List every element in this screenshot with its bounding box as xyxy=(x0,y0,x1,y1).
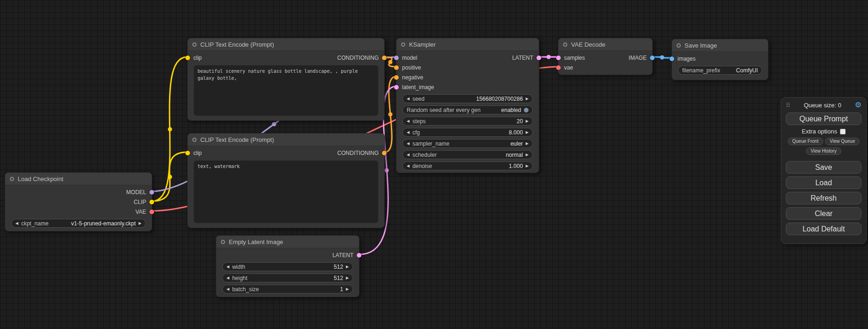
clear-button[interactable]: Clear xyxy=(786,207,861,220)
image-output-slot[interactable] xyxy=(650,56,655,60)
load-default-button[interactable]: Load Default xyxy=(786,223,861,235)
latent-image-input-slot[interactable] xyxy=(394,85,399,90)
widget-label: Random seed after every gen xyxy=(407,107,480,113)
increment-arrow-icon[interactable]: ▶ xyxy=(526,131,529,134)
widget-value: 156680208700286 xyxy=(476,96,523,102)
conditioning-output-slot[interactable] xyxy=(382,56,387,60)
widget-value: 512 xyxy=(334,275,343,281)
widget-ckpt-name[interactable]: ◀ ckpt_name v1-5-pruned-emaonly.ckpt ▶ xyxy=(11,219,146,228)
decrement-arrow-icon[interactable]: ◀ xyxy=(407,119,409,123)
latent-output-slot[interactable] xyxy=(357,253,361,258)
node-titlebar[interactable]: CLIP Text Encode (Prompt) xyxy=(188,133,384,146)
node-titlebar[interactable]: CLIP Text Encode (Prompt) xyxy=(188,38,384,51)
widget-steps[interactable]: ◀ steps 20 ▶ xyxy=(402,117,533,126)
collapse-toggle-icon[interactable] xyxy=(677,43,681,48)
increment-arrow-icon[interactable]: ▶ xyxy=(526,164,529,168)
slot-label: vae xyxy=(564,64,573,71)
collapse-toggle-icon[interactable] xyxy=(563,42,567,47)
decrement-arrow-icon[interactable]: ◀ xyxy=(407,142,409,146)
conditioning-output-slot[interactable] xyxy=(382,151,387,155)
increment-arrow-icon[interactable]: ▶ xyxy=(526,119,529,123)
decrement-arrow-icon[interactable]: ◀ xyxy=(407,164,409,168)
negative-input-slot[interactable] xyxy=(394,75,399,80)
increment-arrow-icon[interactable]: ▶ xyxy=(526,97,529,101)
slot-row: latent_image xyxy=(396,82,539,92)
decrement-arrow-icon[interactable]: ◀ xyxy=(407,97,409,101)
node-title: CLIP Text Encode (Prompt) xyxy=(200,136,274,143)
slot-row: clip CONDITIONING xyxy=(188,148,384,158)
clip-input-slot[interactable] xyxy=(185,151,190,155)
decrement-arrow-icon[interactable]: ◀ xyxy=(226,265,229,269)
refresh-button[interactable]: Refresh xyxy=(786,192,861,204)
settings-gear-icon[interactable]: ⚙ xyxy=(855,101,861,109)
collapse-toggle-icon[interactable] xyxy=(192,138,197,142)
widget-seed[interactable]: ◀ seed 156680208700286 ▶ xyxy=(402,94,533,103)
decrement-arrow-icon[interactable]: ◀ xyxy=(15,222,18,225)
node-titlebar[interactable]: VAE Decode xyxy=(558,38,652,51)
widget-label: width xyxy=(232,264,245,270)
load-button[interactable]: Load xyxy=(786,176,861,189)
negative-prompt-textarea[interactable]: text, watermark xyxy=(194,161,378,223)
widget-cfg[interactable]: ◀ cfg 8.000 ▶ xyxy=(402,128,533,137)
node-empty-latent-image[interactable]: Empty Latent Image LATENT ◀ width 512 ▶ … xyxy=(216,235,360,297)
widget-batch-size[interactable]: ◀ batch_size 1 ▶ xyxy=(222,285,353,294)
samples-input-slot[interactable] xyxy=(556,56,561,60)
increment-arrow-icon[interactable]: ▶ xyxy=(346,287,349,291)
clip-input-slot[interactable] xyxy=(185,56,190,60)
vae-input-slot[interactable] xyxy=(556,65,561,70)
node-titlebar[interactable]: Empty Latent Image xyxy=(216,236,359,248)
toggle-indicator-icon[interactable] xyxy=(524,108,529,112)
node-clip-text-encode-positive[interactable]: CLIP Text Encode (Prompt) clip CONDITION… xyxy=(187,38,385,121)
view-queue-button[interactable]: View Queue xyxy=(825,138,860,145)
increment-arrow-icon[interactable]: ▶ xyxy=(139,222,141,225)
vae-output-slot[interactable] xyxy=(149,210,154,214)
increment-arrow-icon[interactable]: ▶ xyxy=(346,265,349,269)
node-vae-decode[interactable]: VAE Decode samples IMAGE vae xyxy=(558,38,653,75)
node-ksampler[interactable]: KSampler model LATENT positive negative … xyxy=(396,38,539,173)
collapse-toggle-icon[interactable] xyxy=(10,177,14,181)
collapse-toggle-icon[interactable] xyxy=(192,42,197,47)
node-titlebar[interactable]: KSampler xyxy=(396,38,539,51)
increment-arrow-icon[interactable]: ▶ xyxy=(526,142,529,146)
widget-scheduler[interactable]: ◀ scheduler normal ▶ xyxy=(402,150,533,159)
node-save-image[interactable]: Save Image images filename_prefix ComfyU… xyxy=(671,39,769,80)
model-input-slot[interactable] xyxy=(394,56,399,60)
widget-height[interactable]: ◀ height 512 ▶ xyxy=(222,273,353,282)
widget-random-seed-toggle[interactable]: Random seed after every gen enabled xyxy=(402,105,533,114)
widget-value: euler xyxy=(510,140,523,147)
collapse-toggle-icon[interactable] xyxy=(221,240,225,244)
model-output-slot[interactable] xyxy=(149,190,154,195)
save-button[interactable]: Save xyxy=(786,161,861,174)
queue-front-button[interactable]: Queue Front xyxy=(788,138,823,145)
slot-row: vae xyxy=(558,63,652,72)
clip-output-slot[interactable] xyxy=(149,200,154,204)
menu-drag-handle-icon[interactable]: ⠿ xyxy=(786,102,790,109)
widget-label: height xyxy=(232,275,247,281)
link-midpoint-dot xyxy=(660,56,664,60)
widget-filename-prefix[interactable]: filename_prefix ComfyUI xyxy=(678,66,762,75)
increment-arrow-icon[interactable]: ▶ xyxy=(346,276,349,280)
node-titlebar[interactable]: Save Image xyxy=(672,39,768,52)
widget-denoise[interactable]: ◀ denoise 1.000 ▶ xyxy=(402,161,533,170)
node-titlebar[interactable]: Load Checkpoint xyxy=(5,173,152,185)
increment-arrow-icon[interactable]: ▶ xyxy=(526,153,529,157)
decrement-arrow-icon[interactable]: ◀ xyxy=(226,276,229,280)
node-clip-text-encode-negative[interactable]: CLIP Text Encode (Prompt) clip CONDITION… xyxy=(187,133,385,228)
node-title: CLIP Text Encode (Prompt) xyxy=(200,41,274,48)
decrement-arrow-icon[interactable]: ◀ xyxy=(407,153,409,157)
widget-sampler-name[interactable]: ◀ sampler_name euler ▶ xyxy=(402,139,533,148)
latent-output-slot[interactable] xyxy=(536,56,541,60)
decrement-arrow-icon[interactable]: ◀ xyxy=(226,287,229,291)
positive-input-slot[interactable] xyxy=(394,65,399,70)
extra-options-checkbox[interactable] xyxy=(840,129,846,134)
queue-prompt-button[interactable]: Queue Prompt xyxy=(786,112,861,125)
view-history-button[interactable]: View History xyxy=(806,147,841,155)
node-load-checkpoint[interactable]: Load Checkpoint MODEL CLIP VAE ◀ ckpt_na… xyxy=(5,172,152,231)
widget-width[interactable]: ◀ width 512 ▶ xyxy=(222,262,353,271)
collapse-toggle-icon[interactable] xyxy=(401,42,405,47)
positive-prompt-textarea[interactable]: beautiful scenery nature glass bottle la… xyxy=(194,65,378,116)
comfy-menu-panel: ⠿ Queue size: 0 ⚙ Queue Prompt Extra opt… xyxy=(781,97,867,244)
images-input-slot[interactable] xyxy=(670,56,674,61)
decrement-arrow-icon[interactable]: ◀ xyxy=(407,131,409,134)
link-midpoint-dot xyxy=(272,122,276,126)
